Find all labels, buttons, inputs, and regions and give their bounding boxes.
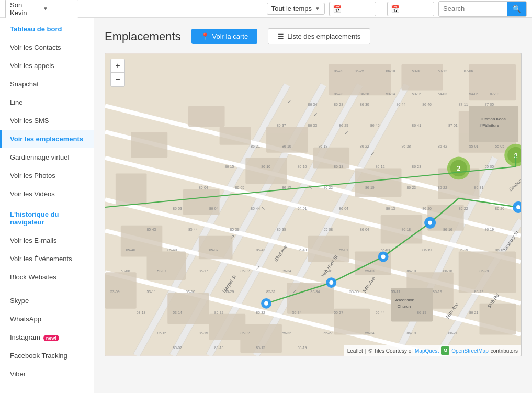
time-selector[interactable]: Tout le temps ▼	[267, 3, 325, 15]
sidebar-item-snapchat[interactable]: Snapchat	[0, 75, 94, 93]
svg-text:↗: ↗	[292, 288, 297, 294]
date-start-input[interactable]: 📅	[329, 2, 376, 16]
svg-text:55-05: 55-05	[495, 144, 504, 148]
svg-text:↙: ↙	[344, 130, 348, 136]
svg-text:86-19: 86-19	[365, 186, 375, 189]
svg-rect-26	[480, 304, 516, 335]
svg-text:86-21: 86-21	[448, 331, 458, 335]
svg-text:85-15: 85-15	[199, 331, 208, 335]
date-end-input[interactable]: 📅	[387, 2, 434, 16]
time-label: Tout le temps	[271, 5, 312, 13]
sidebar-item-voir-evenements[interactable]: Voir les Événements	[0, 250, 94, 268]
search-input[interactable]	[439, 2, 507, 16]
page-title: Emplacements	[105, 30, 181, 43]
tiles-text: © Tiles Courtesy of	[368, 348, 413, 354]
liste-label: Liste des emplacements	[287, 32, 360, 40]
svg-text:55-44: 55-44	[376, 311, 385, 315]
svg-text:86-16: 86-16	[443, 269, 452, 273]
svg-text:54-03: 54-03	[438, 92, 447, 96]
svg-text:86-19: 86-19	[484, 228, 494, 231]
svg-text:86-29: 86-29	[474, 290, 484, 294]
svg-text:86-20: 86-20	[495, 207, 504, 210]
svg-text:86-42: 86-42	[438, 144, 447, 148]
sidebar-item-facebook-tracking[interactable]: Facebook Tracking	[0, 346, 94, 365]
sidebar-item-instagram[interactable]: Instagramnew!	[0, 328, 94, 346]
sidebar-item-historique-navigateur: L'historique du navigateur	[0, 203, 94, 231]
svg-text:86-19: 86-19	[459, 248, 468, 252]
svg-text:↗: ↗	[230, 234, 234, 240]
zoom-in-button[interactable]: +	[111, 59, 124, 73]
svg-text:85-44: 85-44	[188, 228, 198, 231]
svg-text:55-01: 55-01	[339, 248, 348, 252]
svg-text:86-10: 86-10	[261, 165, 270, 169]
svg-text:55-08: 55-08	[323, 228, 333, 231]
voir-carte-label: Voir la carte	[212, 32, 248, 40]
sidebar-item-tableau-de-bord: Tableau de bord	[0, 18, 94, 38]
sidebar-item-label: Voir les Vidéos	[10, 190, 55, 198]
calendar-icon: 📅	[333, 5, 342, 13]
map-container[interactable]: + −	[105, 53, 522, 356]
svg-text:86-38: 86-38	[401, 144, 411, 148]
sidebar-item-label: Viber	[10, 370, 26, 378]
svg-text:53-14: 53-14	[386, 92, 395, 96]
sidebar-item-skype[interactable]: Skype	[0, 291, 94, 310]
svg-text:85-39: 85-39	[230, 228, 240, 231]
svg-text:↗: ↗	[256, 265, 260, 271]
voir-carte-button[interactable]: 📍 Voir la carte	[191, 29, 258, 44]
map-attribution: Leaflet | © Tiles Courtesy of MapQuest M…	[344, 345, 521, 356]
svg-text:85-32: 85-32	[240, 331, 250, 335]
search-button[interactable]: 🔍	[507, 2, 526, 16]
sidebar-item-voir-sms[interactable]: Voir les SMS	[0, 111, 94, 130]
svg-rect-42	[220, 127, 251, 145]
svg-text:2: 2	[457, 164, 460, 172]
svg-text:86-18: 86-18	[401, 228, 411, 231]
svg-point-193	[516, 205, 520, 209]
svg-rect-49	[199, 236, 233, 260]
svg-text:53-10: 53-10	[186, 290, 195, 294]
svg-text:55-27: 55-27	[323, 331, 333, 335]
osm-link[interactable]: OpenStreetMap	[451, 348, 489, 354]
svg-text:Ascension: Ascension	[395, 298, 415, 302]
svg-text:55-27: 55-27	[334, 311, 343, 315]
svg-text:85-32: 85-32	[214, 311, 224, 315]
svg-text:85-34: 85-34	[311, 290, 320, 294]
sidebar-item-line[interactable]: Line	[0, 93, 94, 111]
svg-rect-31	[266, 127, 308, 153]
sidebar-item-block-websites[interactable]: Block Websites	[0, 268, 94, 286]
svg-text:↙: ↙	[370, 151, 375, 156]
svg-text:86-03: 86-03	[173, 207, 182, 210]
calendar-icon: 📅	[391, 5, 400, 13]
sidebar-item-voir-videos[interactable]: Voir les Vidéos	[0, 185, 94, 203]
svg-text:86-28: 86-28	[360, 92, 369, 96]
sidebar-item-whatsapp[interactable]: WhatsApp	[0, 310, 94, 328]
user-selector[interactable]: Son Kevin ▼	[5, 0, 78, 19]
sidebar-item-label: Voir les appels	[10, 62, 54, 70]
chevron-down-icon: ▼	[43, 6, 74, 12]
map-pin-icon: 📍	[201, 32, 209, 40]
zoom-out-button[interactable]: −	[111, 73, 124, 86]
svg-text:53-14: 53-14	[173, 311, 182, 315]
sidebar-item-viber[interactable]: Viber	[0, 365, 94, 383]
sidebar-item-label: Voir les Photos	[10, 172, 55, 179]
sidebar-item-voir-emails[interactable]: Voir les E-mails	[0, 231, 94, 250]
svg-text:86-18: 86-18	[334, 165, 343, 169]
svg-text:86-05: 86-05	[235, 186, 244, 189]
svg-text:85-43: 85-43	[298, 248, 307, 252]
sidebar-item-label: Voir les Événements	[10, 255, 72, 263]
sidebar-item-voir-emplacements[interactable]: Voir les emplacements	[0, 130, 94, 148]
svg-text:85-44: 85-44	[251, 207, 260, 210]
svg-text:55-01: 55-01	[469, 144, 479, 148]
sidebar-item-gardiennage-virtuel[interactable]: Gardiennage virtuel	[0, 148, 94, 166]
sidebar: Tableau de bordVoir les ContactsVoir les…	[0, 18, 94, 393]
svg-text:55-34: 55-34	[365, 331, 375, 335]
sidebar-item-voir-appels[interactable]: Voir les appels	[0, 57, 94, 75]
svg-text:86-18: 86-18	[318, 144, 327, 148]
sidebar-item-voir-photos[interactable]: Voir les Photos	[0, 166, 94, 185]
sidebar-item-voir-contacts[interactable]: Voir les Contacts	[0, 38, 94, 57]
mapquest-link[interactable]: MapQuest	[415, 348, 439, 354]
liste-emplacements-button[interactable]: ☰ Liste des emplacements	[268, 28, 370, 44]
date-range: 📅 — 📅	[329, 2, 434, 16]
svg-text:86-19: 86-19	[433, 290, 442, 294]
svg-text:85-15: 85-15	[214, 346, 224, 350]
svg-text:86-10: 86-10	[406, 269, 416, 273]
